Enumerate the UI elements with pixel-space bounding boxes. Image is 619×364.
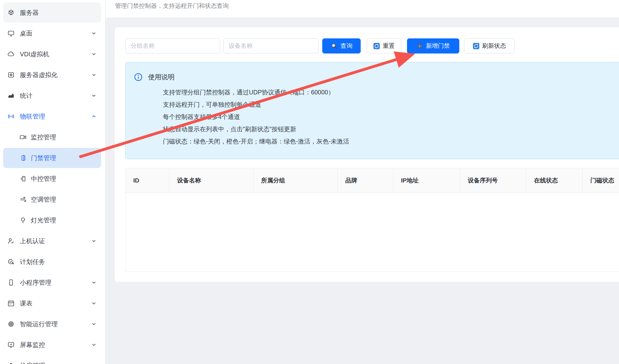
sidebar-item-label: 门禁管理 — [31, 154, 56, 162]
smartphone-icon — [7, 278, 15, 287]
main-content: 查询 重置 新增门禁 刷新状态 — [106, 18, 619, 364]
cloud-icon — [7, 50, 15, 58]
sidebar-item-login-auth[interactable]: 上机认证 — [3, 231, 101, 251]
sidebar-item-iot-management[interactable]: 物联管理 — [3, 106, 101, 126]
sidebar-item-label: 灯光管理 — [31, 216, 56, 225]
sidebar-item-screen-monitoring[interactable]: 屏幕监控 — [3, 335, 101, 355]
column-header-brand: 品牌 — [338, 168, 393, 193]
refresh-icon — [473, 43, 479, 49]
sidebar: 服务器 桌面 VDI虚拟机 服务器虚拟化 统计 物联管理 — [0, 0, 106, 364]
chevron-down-icon — [91, 72, 97, 78]
sidebar-item-label: 空调管理 — [31, 195, 56, 204]
sidebar-item-label: 监控管理 — [31, 133, 56, 142]
desktop-icon — [7, 29, 15, 37]
sidebar-item-smart-ops-management[interactable]: 智能运行管理 — [3, 314, 101, 334]
sidebar-item-miniprogram-management[interactable]: 小程序管理 — [3, 272, 101, 293]
sidebar-item-statistics[interactable]: 统计 — [3, 86, 101, 106]
chevron-down-icon — [91, 342, 97, 348]
chevron-up-icon — [91, 114, 97, 119]
sidebar-item-label: 物联管理 — [20, 112, 45, 121]
chevron-down-icon — [91, 321, 97, 327]
add-button-label: 新增门禁 — [426, 42, 450, 50]
sidebar-item-access-control-management[interactable]: 门禁管理 — [3, 148, 101, 168]
column-header-online-status: 在线状态 — [526, 168, 583, 193]
chevron-down-icon — [91, 300, 97, 306]
search-button[interactable]: 查询 — [322, 38, 361, 53]
chevron-down-icon — [91, 280, 97, 285]
sidebar-item-label: 计划任务 — [20, 258, 45, 266]
sidebar-item-desktop[interactable]: 桌面 — [3, 23, 101, 43]
table-header-row: ID 设备名称 所属分组 品牌 IP地址 设备序列号 在线状态 门磁状态 — [126, 168, 619, 193]
info-line: 门磁状态：绿色-关闭，橙色-开启；继电器：绿色-激活，灰色-未激活 — [163, 135, 349, 148]
column-header-door-status: 门磁状态 — [583, 168, 619, 193]
chevron-down-icon — [91, 31, 97, 36]
column-header-id: ID — [126, 168, 169, 193]
sidebar-item-label: 屏幕监控 — [20, 341, 45, 349]
info-line: 每个控制器支持最多4个通道 — [163, 111, 349, 123]
info-title: 使用说明 — [148, 73, 175, 81]
calendar-icon — [7, 299, 15, 307]
column-header-group: 所属分组 — [254, 168, 338, 193]
filter-toolbar: 查询 重置 新增门禁 刷新状态 — [125, 38, 619, 53]
door-icon — [19, 154, 27, 162]
wind-icon — [19, 195, 27, 204]
stats-icon — [7, 92, 15, 100]
chevron-down-icon — [91, 93, 97, 98]
device-name-input[interactable] — [223, 38, 318, 53]
info-line: 状态自动显示在列表中，点击"刷新状态"按钮更新 — [163, 123, 349, 135]
lightbulb-icon — [19, 216, 27, 224]
remote-panel-icon — [19, 175, 27, 183]
add-access-control-button[interactable]: 新增门禁 — [407, 38, 459, 53]
sidebar-item-label: 机房管理 — [20, 361, 45, 364]
refresh-icon — [373, 43, 380, 49]
info-line: 支持远程开门，可单独控制每个通道 — [163, 98, 349, 111]
column-header-ip: IP地址 — [393, 168, 460, 193]
group-name-input[interactable] — [125, 38, 220, 53]
sidebar-item-room-management[interactable]: 机房管理 — [3, 356, 101, 364]
task-plus-icon — [7, 258, 15, 266]
server-cube-icon — [7, 8, 15, 17]
monitor-check-icon — [7, 341, 15, 349]
page-header: 管理门禁控制器，支持远程开门和状态查询 — [106, 0, 619, 18]
broadcast-icon — [7, 112, 15, 120]
device-table: ID 设备名称 所属分组 品牌 IP地址 设备序列号 在线状态 门磁状态 — [125, 168, 619, 272]
sidebar-item-ac-management[interactable]: 空调管理 — [3, 189, 101, 210]
cpu-icon — [7, 320, 15, 328]
sidebar-item-timetable[interactable]: 课表 — [3, 293, 101, 313]
sidebar-item-scheduled-tasks[interactable]: 计划任务 — [3, 252, 101, 272]
sidebar-item-label: 上机认证 — [20, 237, 45, 245]
reset-button-label: 重置 — [383, 42, 395, 50]
refresh-status-button[interactable]: 刷新状态 — [464, 38, 515, 53]
user-check-icon — [7, 237, 15, 245]
sidebar-item-label: 服务器 — [20, 8, 39, 17]
chevron-down-icon — [91, 51, 97, 57]
column-header-device-name: 设备名称 — [169, 168, 254, 193]
sidebar-item-vdi-vm[interactable]: VDI虚拟机 — [3, 44, 101, 64]
sidebar-item-label: 课表 — [20, 299, 32, 308]
server-gear-icon — [7, 71, 15, 79]
content-panel: 查询 重置 新增门禁 刷新状态 — [114, 27, 619, 282]
search-button-label: 查询 — [341, 42, 352, 50]
sidebar-item-label: 桌面 — [20, 29, 32, 38]
chevron-down-icon — [91, 238, 97, 244]
sidebar-item-label: 服务器虚拟化 — [20, 71, 58, 79]
usage-info-box: 使用说明 支持管理分组门禁控制器，通过UDP协议通信（端口：60000） 支持远… — [125, 62, 619, 159]
sidebar-item-label: 小程序管理 — [20, 278, 51, 287]
info-line: 支持管理分组门禁控制器，通过UDP协议通信（端口：60000） — [163, 86, 349, 98]
info-icon — [134, 73, 143, 81]
sidebar-item-server[interactable]: 服务器 — [3, 3, 101, 23]
sidebar-item-label: 智能运行管理 — [20, 320, 58, 328]
refresh-button-label: 刷新状态 — [482, 42, 506, 50]
plus-icon — [416, 43, 423, 49]
home-icon — [7, 361, 15, 364]
sidebar-item-server-virtualization[interactable]: 服务器虚拟化 — [3, 65, 101, 85]
sidebar-item-central-control-management[interactable]: 中控管理 — [3, 169, 101, 189]
sidebar-item-label: 统计 — [20, 92, 32, 100]
video-camera-icon — [19, 133, 27, 141]
sidebar-item-label: 中控管理 — [31, 175, 56, 183]
reset-button[interactable]: 重置 — [367, 38, 401, 53]
page-subtitle: 管理门禁控制器，支持远程开门和状态查询 — [115, 2, 229, 10]
sidebar-item-monitor-management[interactable]: 监控管理 — [3, 127, 101, 147]
search-icon — [330, 42, 338, 50]
sidebar-item-light-management[interactable]: 灯光管理 — [3, 210, 101, 230]
